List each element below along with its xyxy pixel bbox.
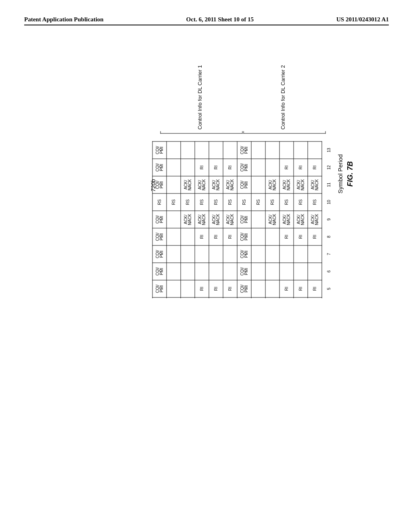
grid-cell	[294, 141, 308, 159]
bracket-dl1: Control Info for DL Carrier 1	[197, 65, 203, 130]
col-index: 11	[322, 176, 336, 193]
grid-cell: CQI/ PMI	[152, 263, 167, 280]
grid-cell	[294, 245, 308, 263]
grid-cell	[167, 263, 181, 280]
grid-cell: ACK/ NACK	[265, 176, 280, 193]
grid-cell: RI	[294, 280, 308, 297]
figure-7b: Data 720a 720b Subcarrier 0CQI/ PMICQI/ …	[138, 0, 355, 298]
grid-cell	[209, 245, 223, 263]
grid-cell	[308, 141, 322, 159]
grid-cell: ACK/ NACK	[280, 211, 294, 228]
grid-cell: CQI/ PMI	[152, 280, 167, 297]
grid-cell: ACK/ NACK	[265, 297, 280, 298]
grid-cell: CQI/ PMI	[152, 159, 167, 176]
grid-cell: ACK/ NACK	[195, 176, 209, 193]
grid-cell: ACK/ NACK	[294, 297, 308, 298]
grid-cell: RS	[209, 193, 223, 211]
grid-cell	[265, 280, 280, 297]
col-index: 9	[322, 211, 336, 228]
grid-cell	[195, 263, 209, 280]
grid-cell: ACK/ NACK	[181, 176, 195, 193]
grid-cell: RI	[308, 159, 322, 176]
grid-cell	[223, 141, 237, 159]
col-index: 4	[322, 297, 336, 298]
grid-cell: RI	[209, 159, 223, 176]
grid-cell	[251, 280, 265, 297]
grid-cell	[251, 263, 265, 280]
grid-cell	[251, 159, 265, 176]
grid-cell: ACK/ NACK	[280, 176, 294, 193]
grid-cell: RS	[195, 193, 209, 211]
col-index: 10	[322, 193, 336, 211]
grid-cell: CQI/ PMI	[237, 280, 251, 297]
grid-cell: ACK/ NACK	[195, 211, 209, 228]
grid-cell: RI	[280, 228, 294, 245]
grid-cell	[308, 263, 322, 280]
legend: Data	[138, 0, 147, 298]
grid-cell	[265, 263, 280, 280]
grid-cell	[167, 141, 181, 159]
grid-cell: RI	[223, 228, 237, 245]
grid-cell	[195, 245, 209, 263]
grid-cell	[265, 228, 280, 245]
grid-cell	[265, 159, 280, 176]
grid-cell: RI	[195, 228, 209, 245]
grid-cell: RS	[294, 193, 308, 211]
grid-cell: CQI/ PMI	[152, 211, 167, 228]
grid-cell: CQI/ PMI	[237, 211, 251, 228]
grid-cell	[265, 141, 280, 159]
grid-cell: ACK/ NACK	[308, 176, 322, 193]
grid-cell: ACK/ NACK	[181, 297, 195, 298]
grid-cell	[181, 245, 195, 263]
grid-cell: ACK/ NACK	[195, 297, 209, 298]
grid-cell	[251, 297, 265, 298]
grid-cell: RI	[280, 280, 294, 297]
col-index: 7	[322, 245, 336, 263]
grid-cell	[280, 245, 294, 263]
grid-cell: ACK/ NACK	[223, 297, 237, 298]
ref-720b: 720b	[150, 179, 156, 191]
grid-cell: ACK/ NACK	[294, 176, 308, 193]
grid-cell: CQI/ PMI	[237, 263, 251, 280]
grid-cell: ACK/ NACK	[209, 297, 223, 298]
grid-cell: CQI/ PMI	[237, 228, 251, 245]
grid-cell	[265, 245, 280, 263]
grid-cell	[181, 141, 195, 159]
grid-cell	[167, 176, 181, 193]
resource-grid: 0CQI/ PMICQI/ PMICQI/ PMIRSCQI/ PMICQI/ …	[152, 141, 336, 299]
grid-cell: RS	[181, 193, 195, 211]
grid-cell: CQI/ PMI	[237, 297, 251, 298]
grid-cell	[209, 141, 223, 159]
grid-cell	[181, 263, 195, 280]
grid-cell	[223, 263, 237, 280]
grid-cell	[181, 228, 195, 245]
grid-cell: CQI/ PMI	[237, 141, 251, 159]
grid-cell: RS	[280, 193, 294, 211]
grid-cell: ACK/ NACK	[181, 211, 195, 228]
grid-cell: RS	[265, 193, 280, 211]
grid-cell: RI	[223, 280, 237, 297]
grid-cell	[308, 245, 322, 263]
grid-cell	[209, 263, 223, 280]
bracket-dl2: Control Info for DL Carrier 2	[280, 65, 286, 130]
grid-cell	[223, 245, 237, 263]
grid-cell	[181, 280, 195, 297]
grid-cell: RI	[280, 159, 294, 176]
grid-cell: CQI/ PMI	[152, 228, 167, 245]
grid-cell: ACK/ NACK	[308, 211, 322, 228]
grid-cell: ACK/ NACK	[308, 297, 322, 298]
header-left: Patent Application Publication	[24, 16, 104, 23]
col-index: 12	[322, 159, 336, 176]
grid-cell	[181, 159, 195, 176]
grid-cell: ACK/ NACK	[209, 211, 223, 228]
figure-caption: FIG. 7B	[346, 0, 355, 298]
grid-cell: RS	[223, 193, 237, 211]
grid-cell	[251, 176, 265, 193]
col-index: 5	[322, 280, 336, 297]
x-axis-label: Symbol Period	[337, 0, 344, 298]
grid-cell: RS	[152, 193, 167, 211]
grid-cell: CQI/ PMI	[237, 176, 251, 193]
col-index: 8	[322, 228, 336, 245]
grid-cell: CQI/ PMI	[152, 141, 167, 159]
grid-cell	[195, 141, 209, 159]
